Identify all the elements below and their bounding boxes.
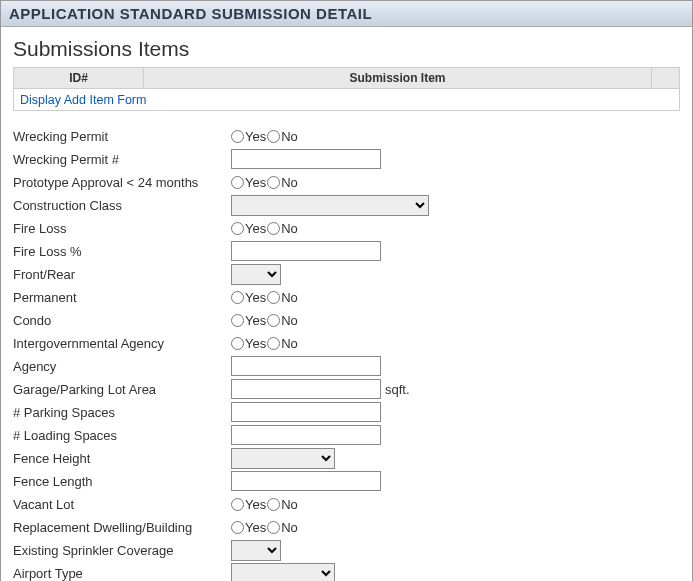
- fence-length-input[interactable]: [231, 471, 381, 491]
- label-agency: Agency: [13, 359, 231, 374]
- intergov-agency-no[interactable]: No: [267, 336, 299, 351]
- loading-spaces-input[interactable]: [231, 425, 381, 445]
- row-garage-area: Garage/Parking Lot Area sqft.: [13, 378, 680, 400]
- row-airport-type: Airport Type: [13, 562, 680, 581]
- row-condo: Condo Yes No: [13, 309, 680, 331]
- row-wrecking-permit-no: Wrecking Permit #: [13, 148, 680, 170]
- row-wrecking-permit: Wrecking Permit Yes No: [13, 125, 680, 147]
- row-fire-loss-pct: Fire Loss %: [13, 240, 680, 262]
- wrecking-permit-no[interactable]: No: [267, 129, 299, 144]
- label-permanent: Permanent: [13, 290, 231, 305]
- row-parking-spaces: # Parking Spaces: [13, 401, 680, 423]
- content-area: Submissions Items ID# Submission Item Di…: [1, 27, 692, 581]
- wrecking-permit-yes[interactable]: Yes: [231, 129, 267, 144]
- label-fire-loss-pct: Fire Loss %: [13, 244, 231, 259]
- intergov-agency-yes[interactable]: Yes: [231, 336, 267, 351]
- row-loading-spaces: # Loading Spaces: [13, 424, 680, 446]
- label-vacant-lot: Vacant Lot: [13, 497, 231, 512]
- garage-area-suffix: sqft.: [385, 382, 410, 397]
- display-add-item-link[interactable]: Display Add Item Form: [20, 93, 146, 107]
- fire-loss-yes[interactable]: Yes: [231, 221, 267, 236]
- label-loading-spaces: # Loading Spaces: [13, 428, 231, 443]
- label-intergov-agency: Intergovernmental Agency: [13, 336, 231, 351]
- page-title: APPLICATION STANDARD SUBMISSION DETAIL: [9, 5, 372, 22]
- submission-items-table: ID# Submission Item Display Add Item For…: [13, 67, 680, 111]
- table-link-row: Display Add Item Form: [14, 89, 680, 111]
- replacement-dwelling-yes[interactable]: Yes: [231, 520, 267, 535]
- label-parking-spaces: # Parking Spaces: [13, 405, 231, 420]
- col-header-empty: [652, 68, 680, 89]
- row-sprinkler-coverage: Existing Sprinkler Coverage: [13, 539, 680, 561]
- prototype-approval-no[interactable]: No: [267, 175, 299, 190]
- row-agency: Agency: [13, 355, 680, 377]
- permanent-yes[interactable]: Yes: [231, 290, 267, 305]
- sprinkler-coverage-select[interactable]: [231, 540, 281, 561]
- vacant-lot-no[interactable]: No: [267, 497, 299, 512]
- col-header-item: Submission Item: [144, 68, 652, 89]
- col-header-id: ID#: [14, 68, 144, 89]
- page-header: APPLICATION STANDARD SUBMISSION DETAIL: [1, 1, 692, 27]
- label-fire-loss: Fire Loss: [13, 221, 231, 236]
- row-permanent: Permanent Yes No: [13, 286, 680, 308]
- label-wrecking-permit-no: Wrecking Permit #: [13, 152, 231, 167]
- condo-yes[interactable]: Yes: [231, 313, 267, 328]
- row-front-rear: Front/Rear: [13, 263, 680, 285]
- row-intergov-agency: Intergovernmental Agency Yes No: [13, 332, 680, 354]
- row-fence-height: Fence Height: [13, 447, 680, 469]
- airport-type-select[interactable]: [231, 563, 335, 582]
- label-airport-type: Airport Type: [13, 566, 231, 581]
- section-title: Submissions Items: [13, 37, 680, 61]
- label-construction-class: Construction Class: [13, 198, 231, 213]
- label-prototype-approval: Prototype Approval < 24 months: [13, 175, 231, 190]
- fire-loss-pct-input[interactable]: [231, 241, 381, 261]
- vacant-lot-yes[interactable]: Yes: [231, 497, 267, 512]
- row-construction-class: Construction Class: [13, 194, 680, 216]
- row-fence-length: Fence Length: [13, 470, 680, 492]
- row-replacement-dwelling: Replacement Dwelling/Building Yes No: [13, 516, 680, 538]
- fire-loss-no[interactable]: No: [267, 221, 299, 236]
- label-fence-height: Fence Height: [13, 451, 231, 466]
- label-front-rear: Front/Rear: [13, 267, 231, 282]
- app-container: APPLICATION STANDARD SUBMISSION DETAIL S…: [0, 0, 693, 581]
- row-vacant-lot: Vacant Lot Yes No: [13, 493, 680, 515]
- label-wrecking-permit: Wrecking Permit: [13, 129, 231, 144]
- construction-class-select[interactable]: [231, 195, 429, 216]
- label-garage-area: Garage/Parking Lot Area: [13, 382, 231, 397]
- parking-spaces-input[interactable]: [231, 402, 381, 422]
- row-fire-loss: Fire Loss Yes No: [13, 217, 680, 239]
- wrecking-permit-no-input[interactable]: [231, 149, 381, 169]
- front-rear-select[interactable]: [231, 264, 281, 285]
- garage-area-input[interactable]: [231, 379, 381, 399]
- condo-no[interactable]: No: [267, 313, 299, 328]
- prototype-approval-yes[interactable]: Yes: [231, 175, 267, 190]
- fence-height-select[interactable]: [231, 448, 335, 469]
- permanent-no[interactable]: No: [267, 290, 299, 305]
- replacement-dwelling-no[interactable]: No: [267, 520, 299, 535]
- label-sprinkler-coverage: Existing Sprinkler Coverage: [13, 543, 231, 558]
- label-replacement-dwelling: Replacement Dwelling/Building: [13, 520, 231, 535]
- label-fence-length: Fence Length: [13, 474, 231, 489]
- row-prototype-approval: Prototype Approval < 24 months Yes No: [13, 171, 680, 193]
- agency-input[interactable]: [231, 356, 381, 376]
- label-condo: Condo: [13, 313, 231, 328]
